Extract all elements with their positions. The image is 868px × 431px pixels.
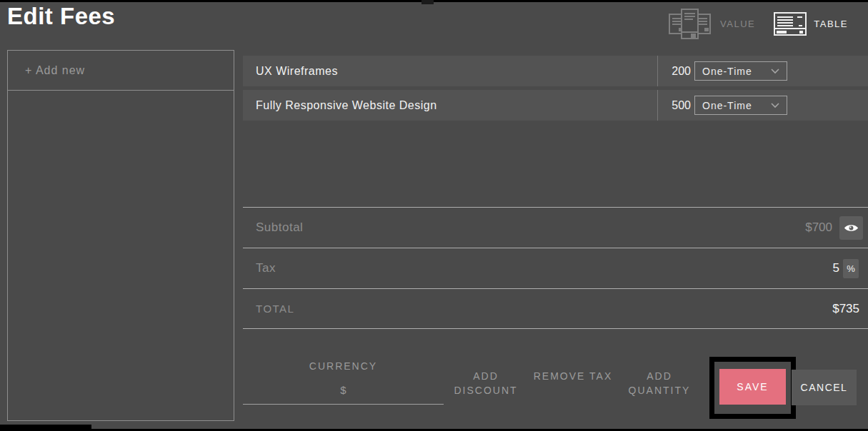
billing-select[interactable]: One-Time <box>694 61 787 81</box>
fee-amount-input[interactable]: 500 <box>658 99 691 112</box>
view-value-label: VALUE <box>720 19 755 29</box>
fee-name-input[interactable]: Fully Responsive Website Design <box>243 90 657 121</box>
page-title: Edit Fees <box>7 3 115 30</box>
billing-select-value: One-Time <box>702 66 752 77</box>
fee-amount-input[interactable]: 200 <box>658 65 691 78</box>
save-button[interactable]: SAVE <box>719 369 786 405</box>
chevron-down-icon <box>771 103 779 108</box>
subtotal-row: Subtotal $700 <box>243 208 868 248</box>
currency-underline <box>243 404 444 405</box>
tax-value-input[interactable]: 5 <box>833 261 839 275</box>
eye-icon <box>844 223 859 233</box>
billing-select[interactable]: One-Time <box>694 96 787 115</box>
fees-sidebar: + Add new <box>7 50 234 421</box>
summary-section: Subtotal $700 Tax 5 % TOTAL <box>243 207 868 329</box>
tax-label: Tax <box>256 261 276 275</box>
edit-fees-screen: Edit Fees <box>0 0 868 431</box>
view-toggle: VALUE TABLE <box>666 7 848 40</box>
value-cards-icon <box>666 7 713 40</box>
total-row: TOTAL $735 <box>243 289 868 329</box>
fee-price-cell: 500 One-Time <box>657 90 868 121</box>
fees-main-panel: UX Wireframes 200 One-Time Fully Respons… <box>243 50 868 431</box>
table-list-icon <box>774 12 807 36</box>
currency-input[interactable]: $ <box>243 384 444 396</box>
chevron-down-icon <box>771 69 779 74</box>
top-edge-line <box>0 0 868 2</box>
tax-percent-button[interactable]: % <box>843 259 859 278</box>
fee-row: Fully Responsive Website Design 500 One-… <box>243 90 868 121</box>
add-quantity-button[interactable]: ADD QUANTITY <box>619 369 699 399</box>
billing-select-value: One-Time <box>702 100 752 111</box>
subtotal-label: Subtotal <box>256 220 303 235</box>
fee-name-input[interactable]: UX Wireframes <box>243 56 657 86</box>
view-table-label: TABLE <box>814 19 848 29</box>
toggle-subtotal-visibility-button[interactable] <box>839 216 863 240</box>
view-table-button[interactable]: TABLE <box>774 12 848 36</box>
add-new-fee-button[interactable]: + Add new <box>8 51 234 91</box>
cancel-button[interactable]: CANCEL <box>792 370 857 405</box>
total-label: TOTAL <box>256 303 294 315</box>
add-discount-button[interactable]: ADD DISCOUNT <box>446 369 526 399</box>
fee-price-cell: 200 One-Time <box>657 56 868 86</box>
currency-label: CURRENCY <box>243 360 444 372</box>
subtotal-value: $700 <box>805 220 832 235</box>
add-new-fee-label: + Add new <box>25 64 85 77</box>
fee-row: UX Wireframes 200 One-Time <box>243 56 868 86</box>
tax-row: Tax 5 % <box>243 248 868 289</box>
remove-tax-button[interactable]: REMOVE TAX <box>533 369 613 399</box>
view-value-button[interactable]: VALUE <box>666 7 755 40</box>
top-tick-mark <box>421 0 434 4</box>
total-value: $735 <box>832 302 859 316</box>
